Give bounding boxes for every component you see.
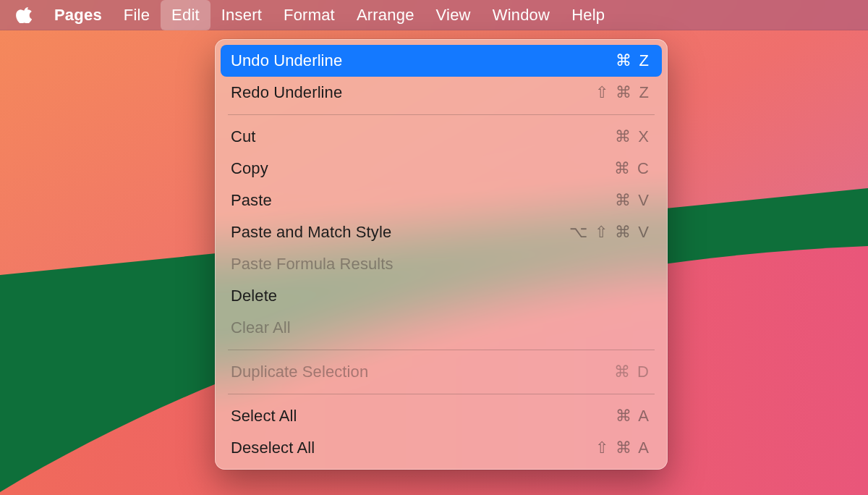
edit-menu-dropdown: Undo Underline ⌘ Z Redo Underline ⇧ ⌘ Z … — [215, 39, 668, 470]
menu-item-paste-match-style[interactable]: Paste and Match Style ⌥ ⇧ ⌘ V — [221, 216, 662, 248]
menu-item-duplicate-selection: Duplicate Selection ⌘ D — [221, 356, 662, 388]
menu-item-paste[interactable]: Paste ⌘ V — [221, 185, 662, 216]
menu-item-select-all[interactable]: Select All ⌘ A — [221, 400, 662, 432]
menu-item-shortcut: ⌥ ⇧ ⌘ V — [569, 223, 650, 242]
menubar-item-file[interactable]: File — [113, 0, 161, 30]
menu-item-delete[interactable]: Delete — [221, 280, 662, 312]
apple-logo-icon[interactable] — [16, 7, 32, 23]
menu-item-label: Select All — [231, 407, 297, 426]
menubar: Pages File Edit Insert Format Arrange Vi… — [0, 0, 868, 30]
menu-item-label: Duplicate Selection — [231, 363, 368, 381]
menu-item-undo[interactable]: Undo Underline ⌘ Z — [221, 45, 662, 77]
menu-item-label: Undo Underline — [231, 51, 342, 70]
menu-item-label: Cut — [231, 127, 256, 146]
menu-item-label: Deselect All — [231, 439, 315, 457]
menubar-item-help[interactable]: Help — [561, 0, 616, 30]
menu-item-shortcut: ⌘ X — [615, 127, 650, 146]
menu-item-deselect-all[interactable]: Deselect All ⇧ ⌘ A — [221, 432, 662, 464]
menubar-item-edit[interactable]: Edit — [161, 0, 210, 30]
menu-separator — [228, 394, 655, 394]
menu-separator — [228, 350, 655, 350]
menubar-item-insert[interactable]: Insert — [210, 0, 273, 30]
menubar-item-window[interactable]: Window — [482, 0, 561, 30]
menu-item-paste-formula-results: Paste Formula Results — [221, 248, 662, 280]
menu-item-label: Clear All — [231, 318, 291, 337]
menubar-item-format[interactable]: Format — [273, 0, 346, 30]
menu-item-label: Paste Formula Results — [231, 255, 393, 274]
menu-item-shortcut: ⌘ V — [615, 191, 650, 210]
menu-item-label: Redo Underline — [231, 83, 342, 102]
menubar-app-name[interactable]: Pages — [43, 0, 113, 30]
menubar-item-arrange[interactable]: Arrange — [346, 0, 425, 30]
menu-item-copy[interactable]: Copy ⌘ C — [221, 153, 662, 185]
menu-item-cut[interactable]: Cut ⌘ X — [221, 121, 662, 153]
menu-item-shortcut: ⌘ Z — [616, 51, 650, 70]
menu-item-clear-all: Clear All — [221, 312, 662, 344]
menu-item-label: Paste and Match Style — [231, 223, 391, 242]
menu-item-redo[interactable]: Redo Underline ⇧ ⌘ Z — [221, 77, 662, 109]
menu-separator — [228, 114, 655, 115]
menu-item-shortcut: ⇧ ⌘ A — [595, 439, 650, 457]
menu-item-shortcut: ⌘ A — [616, 407, 650, 426]
menubar-item-view[interactable]: View — [425, 0, 482, 30]
menu-item-label: Copy — [231, 159, 268, 178]
menu-item-label: Paste — [231, 191, 272, 210]
menu-item-shortcut: ⇧ ⌘ Z — [595, 83, 650, 102]
menu-item-label: Delete — [231, 287, 277, 305]
menu-item-shortcut: ⌘ C — [614, 159, 650, 178]
menu-item-shortcut: ⌘ D — [614, 363, 650, 381]
